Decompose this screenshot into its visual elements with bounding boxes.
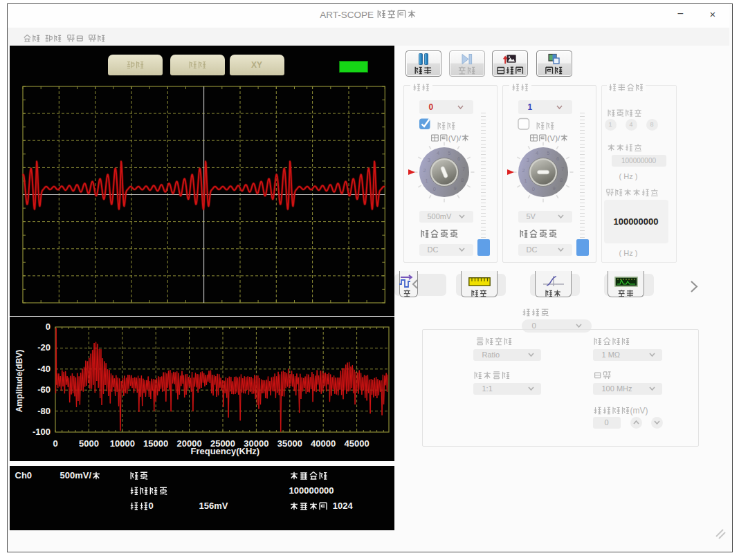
svg-text:2: 2 [423, 167, 426, 173]
svg-text:9: 9 [453, 185, 456, 192]
svg-text:6: 6 [556, 156, 559, 162]
svg-text:9: 9 [552, 185, 555, 192]
svg-text:10000: 10000 [109, 438, 134, 449]
svg-text:5: 5 [448, 150, 450, 156]
svg-text:-20: -20 [37, 342, 51, 353]
svg-text:-100: -100 [32, 427, 50, 437]
svg-text:2: 2 [522, 167, 524, 173]
svg-text:6: 6 [457, 156, 460, 162]
svg-text:-40: -40 [37, 363, 51, 373]
svg-text:-60: -60 [37, 384, 51, 395]
svg-text:0: 0 [53, 438, 57, 449]
svg-text:4: 4 [437, 150, 439, 156]
svg-text:Amplitude(dBV): Amplitude(dBV) [15, 349, 24, 412]
svg-text:7: 7 [462, 166, 465, 172]
svg-text:0: 0 [432, 186, 435, 192]
svg-text:0: 0 [531, 186, 534, 192]
svg-text:7: 7 [561, 166, 564, 172]
svg-text:1: 1 [425, 178, 428, 184]
svg-text:3: 3 [427, 156, 430, 162]
svg-text:5000: 5000 [78, 438, 98, 449]
svg-text:1: 1 [524, 178, 527, 184]
svg-text:8: 8 [559, 177, 562, 183]
svg-text:8: 8 [460, 177, 463, 183]
svg-text:5: 5 [547, 150, 549, 156]
svg-text:35000: 35000 [277, 438, 302, 449]
svg-text:4: 4 [536, 150, 538, 156]
svg-text:45000: 45000 [344, 438, 369, 449]
svg-text:40000: 40000 [311, 438, 336, 449]
svg-text:15000: 15000 [143, 438, 168, 449]
svg-text:-80: -80 [37, 405, 51, 416]
svg-text:3: 3 [526, 156, 529, 162]
svg-text:0: 0 [45, 321, 50, 332]
